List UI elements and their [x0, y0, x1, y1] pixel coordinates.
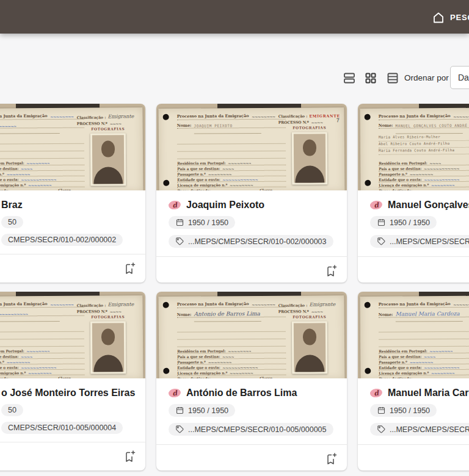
scribble [0, 312, 28, 316]
record-scan-thumbnail[interactable]: Processo na Junta da Emigração Nome:Manu… [358, 292, 469, 378]
portrait-photo [90, 321, 126, 373]
scan-right-zone: Classificação :Emigrante PROCESSO N.º FO… [77, 301, 140, 374]
scan-process-label: Processo na Junta da Emigração [379, 114, 451, 119]
record-scan-thumbnail[interactable]: Processo na Junta da Emigração Nome: Res… [0, 104, 145, 190]
scan-right-zone: 7 Classificação :EMIGRANTE PROCESSO N.º … [278, 114, 341, 185]
result-card[interactable]: Processo na Junta da Emigração Nome: Res… [0, 104, 145, 283]
scan-process-label: Processo na Junta da Emigração [177, 301, 249, 307]
date-range: 50 [8, 406, 16, 414]
card-body: d Manuel Gonçalves Couto André 1950 / 19… [358, 190, 469, 248]
card-body: d António de Barros Lima 1950 / 1950 ...… [156, 378, 347, 436]
calendar-icon [377, 218, 386, 227]
card-body: d Manuel Maria Cardoso 1950 / 1950 ...ME… [358, 378, 469, 436]
portrait-photo [292, 132, 328, 184]
tag-icon [175, 237, 184, 246]
bookmark-add-icon[interactable] [123, 450, 136, 463]
reference-code: ...MEPS/CMEPS/SECR/010-005 [390, 425, 469, 434]
scan-paper: Processo na Junta da Emigração Nome:Anto… [159, 295, 345, 378]
sort-by-label: Ordenar por [404, 73, 449, 82]
reference-chip: ...MEPS/CMEPS/SECR/010-005/000005 [169, 423, 333, 436]
record-scan-thumbnail[interactable]: Processo na Junta da Emigração Nome: Res… [0, 292, 145, 378]
date-range: 1950 / 1950 [390, 218, 430, 227]
result-card[interactable]: Processo na Junta da Emigração Nome:MANU… [358, 104, 469, 283]
scan-right-zone: Classificação :Emigrante PROCESSO N.º FO… [278, 301, 341, 374]
scribble [453, 303, 469, 306]
grid-view-icon[interactable] [363, 71, 378, 85]
reference-chip: ...MEPS/CMEPS/SECR/010-002 [370, 235, 469, 248]
app-header: PESQUISA [0, 0, 469, 34]
bookmark-add-icon[interactable] [324, 452, 338, 466]
card-footer [156, 444, 347, 471]
result-card[interactable]: Processo na Junta da Emigração Nome:JOAQ… [156, 104, 347, 283]
calendar-icon [175, 406, 184, 415]
card-footer [358, 256, 469, 283]
scan-ruled-lines [177, 137, 286, 159]
scan-name-value: Manuel Maria Cardoza [395, 311, 459, 317]
punch-hole [365, 302, 371, 308]
scribble [252, 115, 275, 118]
card-footer [0, 442, 145, 470]
result-card[interactable]: Processo na Junta da Emigração Nome: Res… [0, 292, 145, 471]
record-title[interactable]: Braz [1, 200, 23, 211]
bookmark-add-icon[interactable] [324, 264, 338, 278]
reference-chip: CMEPS/SECR/010-005/000004 [1, 422, 123, 434]
record-scan-thumbnail[interactable]: Processo na Junta da Emigração Nome:JOAQ… [156, 104, 347, 190]
scan-fields: Residência em Portugal: País a que se de… [379, 160, 469, 190]
record-scan-thumbnail[interactable]: Processo na Junta da Emigração Nome:Anto… [156, 292, 347, 378]
scribble [50, 115, 74, 118]
sort-select-value: Data [458, 73, 469, 82]
nav-pesquisa[interactable]: PESQUISA [450, 13, 469, 22]
description-level-icon: d [168, 388, 181, 398]
scan-ruled-lines [0, 325, 84, 347]
record-title[interactable]: Joaquim Peixoto [186, 200, 264, 211]
scan-paper: Processo na Junta da Emigração Nome: Res… [0, 107, 143, 190]
scan-name-label: Nome: [379, 123, 393, 128]
scan-name-value: MANUEL GONÇALVES COUTO ANDRÉ [395, 123, 467, 128]
record-title[interactable]: Manuel Gonçalves Couto André [388, 200, 469, 211]
tag-icon [175, 425, 184, 434]
calendar-icon [377, 406, 386, 415]
reference-chip: ...MEPS/CMEPS/SECR/010-002/000003 [169, 235, 333, 248]
bookmark-add-icon[interactable] [123, 262, 136, 275]
record-scan-thumbnail[interactable]: Processo na Junta da Emigração Nome:MANU… [358, 104, 469, 190]
scan-process-label: Processo na Junta da Emigração [0, 114, 48, 119]
date-range: 1950 / 1950 [188, 218, 228, 227]
portrait-photo [90, 133, 126, 186]
scribble [0, 124, 16, 128]
scan-note: 7 [336, 117, 340, 123]
punch-hole [163, 114, 169, 120]
table-rows-view-icon[interactable] [385, 71, 400, 85]
reference-chip: ...MEPS/CMEPS/SECR/010-005 [370, 423, 469, 436]
date-chip: 1950 / 1950 [370, 404, 437, 417]
scribble [453, 115, 469, 118]
scan-name-value: JOAQUIM PEIXOTO [194, 123, 232, 128]
date-range: 1950 / 1950 [188, 406, 228, 415]
calendar-icon [175, 218, 184, 227]
record-title[interactable]: Manuel Maria Cardoso [388, 388, 469, 398]
date-chip: 50 [1, 216, 23, 228]
result-card[interactable]: Processo na Junta da Emigração Nome:Anto… [156, 292, 347, 471]
scan-name-label: Nome: [379, 312, 393, 317]
sort-select[interactable]: Data [450, 66, 469, 89]
portrait-photo [292, 321, 328, 373]
scan-fields: Residência em Portugal: País a que se de… [177, 348, 286, 378]
tag-icon [377, 425, 386, 434]
scan-fields: Residência em Portugal: País a que se de… [0, 348, 84, 378]
scan-name-label: Nome: [177, 123, 192, 128]
large-list-view-icon[interactable] [342, 71, 357, 85]
scan-caption-rule [396, 131, 463, 134]
results-toolbar: Ordenar por Data [0, 68, 469, 90]
scan-caption-rule [194, 319, 261, 322]
card-footer [0, 254, 145, 282]
scan-process-label: Processo na Junta da Emigração [177, 114, 249, 119]
scan-paper: Processo na Junta da Emigração Nome:Manu… [360, 295, 469, 378]
card-body: d Braz 50 CMEPS/SECR/010-002/000002 [0, 190, 145, 246]
record-title[interactable]: o José Monteiro Torres Eiras [1, 388, 135, 398]
reference-chip: CMEPS/SECR/010-002/000002 [1, 234, 123, 246]
record-title[interactable]: António de Barros Lima [186, 388, 297, 398]
result-card[interactable]: Processo na Junta da Emigração Nome:Manu… [358, 292, 469, 471]
scan-family-lines: Maria Alves Ribeiro-Mulher Abel Ribeiro … [379, 135, 469, 156]
home-icon[interactable] [431, 10, 446, 25]
scan-paper: Processo na Junta da Emigração Nome:MANU… [360, 107, 469, 190]
scan-fields: Residência em Portugal: País a que se de… [379, 348, 469, 378]
